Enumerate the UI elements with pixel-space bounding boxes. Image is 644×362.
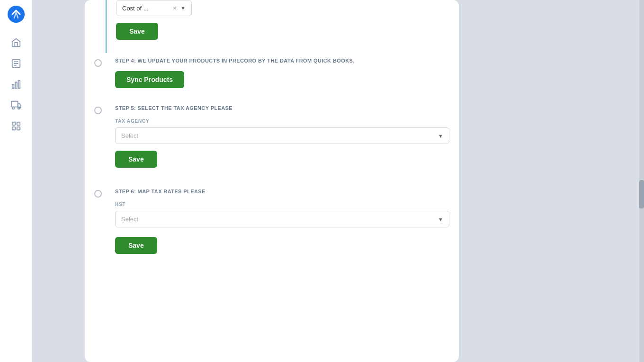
sync-products-button[interactable]: Sync Products — [115, 71, 184, 88]
sidebar-item-delivery[interactable] — [8, 97, 25, 114]
svg-rect-14 — [17, 127, 19, 130]
step6-save-button[interactable]: Save — [115, 237, 157, 254]
sidebar-item-home[interactable] — [8, 34, 25, 51]
hst-field: HST Select ▼ — [115, 202, 449, 227]
svg-rect-13 — [12, 127, 15, 130]
tax-agency-select[interactable]: Select ▼ — [115, 127, 449, 144]
svg-rect-12 — [17, 122, 19, 125]
step6-block: STEP 6: MAP TAX RATES PLEASE HST Select … — [94, 181, 449, 267]
hst-label: HST — [115, 202, 449, 207]
step5-content: STEP 5: SELECT THE TAX AGENCY PLEASE TAX… — [102, 105, 449, 181]
svg-rect-5 — [12, 84, 14, 88]
step6-radio[interactable] — [94, 190, 102, 198]
tax-agency-field: TAX AGENCY Select ▼ — [115, 118, 449, 144]
cost-field-section: Cost of ... × ▼ Save — [94, 0, 449, 53]
hst-select-placeholder: Select — [121, 216, 438, 223]
cost-of-value: Cost of ... — [122, 5, 169, 12]
tax-agency-select-placeholder: Select — [121, 132, 438, 139]
svg-rect-6 — [15, 82, 17, 88]
svg-rect-7 — [18, 81, 20, 89]
cost-field-content: Cost of ... × ▼ Save — [106, 0, 192, 53]
hst-chevron-icon: ▼ — [438, 217, 443, 222]
sidebar — [0, 0, 32, 362]
step5-radio[interactable] — [94, 107, 102, 114]
top-save-button[interactable]: Save — [116, 23, 158, 40]
step5-block: STEP 5: SELECT THE TAX AGENCY PLEASE TAX… — [94, 98, 449, 181]
svg-point-0 — [8, 6, 25, 23]
step4-radio[interactable] — [94, 59, 102, 67]
step6-label: STEP 6: MAP TAX RATES PLEASE — [115, 189, 449, 194]
sidebar-item-settings[interactable] — [8, 118, 25, 135]
content-card: Cost of ... × ▼ Save STEP 4: WE UPDATE Y… — [85, 0, 459, 362]
right-panel — [511, 0, 644, 362]
tax-agency-label: TAX AGENCY — [115, 118, 449, 124]
step6-content: STEP 6: MAP TAX RATES PLEASE HST Select … — [102, 189, 449, 267]
step5-label: STEP 5: SELECT THE TAX AGENCY PLEASE — [115, 105, 449, 111]
cost-of-clear-icon[interactable]: × — [173, 4, 177, 12]
main-content: Cost of ... × ▼ Save STEP 4: WE UPDATE Y… — [32, 0, 511, 362]
svg-rect-8 — [11, 101, 18, 107]
scrollbar-thumb[interactable] — [639, 180, 644, 208]
sidebar-item-orders[interactable] — [8, 55, 25, 72]
step4-content: STEP 4: WE UPDATE YOUR PRODUCTS IN PRECO… — [102, 58, 449, 98]
tax-agency-chevron-icon: ▼ — [438, 133, 443, 139]
steps-container: Cost of ... × ▼ Save STEP 4: WE UPDATE Y… — [85, 0, 459, 286]
svg-point-9 — [12, 107, 14, 109]
hst-select[interactable]: Select ▼ — [115, 211, 449, 227]
scrollbar-track — [639, 0, 644, 362]
app-logo[interactable] — [8, 6, 25, 23]
step4-block: STEP 4: WE UPDATE YOUR PRODUCTS IN PRECO… — [94, 53, 449, 98]
step6-save-wrapper: Save — [115, 237, 449, 258]
sidebar-item-analytics[interactable] — [8, 76, 25, 93]
step5-save-button[interactable]: Save — [115, 151, 157, 168]
cost-of-select[interactable]: Cost of ... × ▼ — [116, 0, 192, 16]
svg-rect-11 — [12, 122, 15, 125]
cost-of-chevron-icon: ▼ — [180, 5, 186, 11]
step4-label: STEP 4: WE UPDATE YOUR PRODUCTS IN PRECO… — [115, 58, 449, 63]
